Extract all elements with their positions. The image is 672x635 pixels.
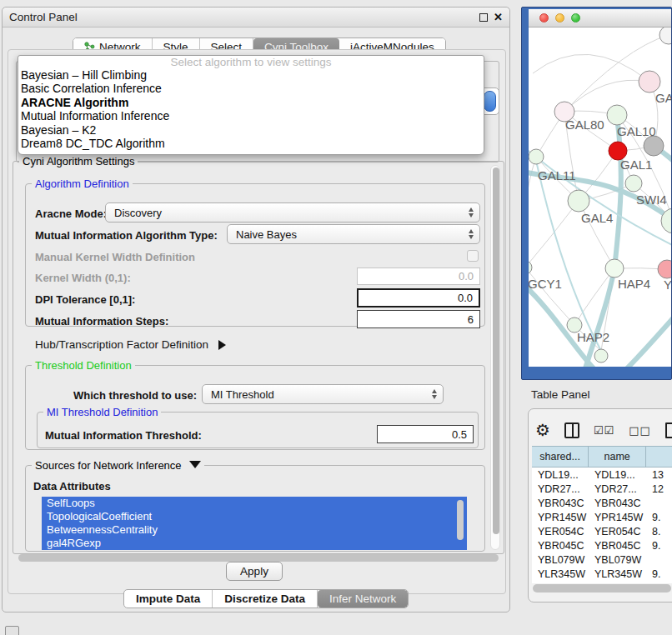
attribute-selfloops[interactable]: SelfLoops: [42, 497, 467, 510]
network-node-gal[interactable]: [639, 71, 660, 92]
close-icon[interactable]: ✕: [494, 13, 503, 22]
mi-type-combo[interactable]: Naive Bayes: [227, 224, 480, 244]
network-graph: GAL GAL80 GAL10 GAL1 GAL11 SWI4 GAL4 GCY…: [529, 28, 671, 367]
hub-definition-toggle[interactable]: Hub/Transcription Factor Definition: [35, 338, 226, 351]
table-panel-title: Table Panel: [531, 388, 590, 401]
cell: YBR043C: [532, 496, 589, 510]
network-node-gal11[interactable]: [529, 149, 544, 164]
sources-title-row[interactable]: Sources for Network Inference: [32, 459, 204, 472]
control-panel-titlebar: Control Panel ✕: [3, 8, 509, 28]
mi-steps-field[interactable]: 6: [357, 310, 480, 328]
gear-icon[interactable]: ⚙: [535, 422, 550, 438]
settings-hscrollbar-thumb[interactable]: [18, 554, 499, 562]
mi-threshold-label: Mutual Information Threshold:: [45, 429, 202, 442]
tab-infer-network-label: Infer Network: [329, 592, 396, 605]
network-node-pink[interactable]: [658, 260, 671, 278]
minimized-panel-icon[interactable]: [5, 626, 19, 635]
cell: YDL19...: [532, 468, 589, 482]
tab-infer-network[interactable]: Infer Network: [318, 590, 408, 608]
attribute-gal4rgexp[interactable]: gal4RGexp: [42, 537, 467, 550]
which-threshold-value: MI Threshold: [211, 388, 274, 401]
tab-impute-data[interactable]: Impute Data: [124, 590, 213, 608]
attributes-scrollbar-thumb[interactable]: [457, 500, 464, 540]
network-canvas[interactable]: GAL GAL80 GAL10 GAL1 GAL11 SWI4 GAL4 GCY…: [529, 28, 671, 367]
network-node[interactable]: [659, 28, 671, 44]
popup-item-bayesian-hill[interactable]: Bayesian – Hill Climbing: [18, 68, 484, 82]
table-panel: ⚙ ☑☑ □□ shared... name YDL19...YDL19...1…: [528, 408, 672, 602]
table-row[interactable]: YDR27...YDR27...12: [532, 482, 672, 496]
apply-button[interactable]: Apply: [226, 562, 283, 581]
popup-item-dream8[interactable]: Dream8 DC_TDC Algorithm: [18, 137, 484, 150]
column-header-shared[interactable]: shared...: [532, 446, 589, 468]
document-icon[interactable]: [665, 422, 672, 438]
which-threshold-combo[interactable]: MI Threshold: [202, 384, 444, 404]
table-row[interactable]: YER054CYER054C8.: [532, 524, 672, 538]
dpi-tolerance-label: DPI Tolerance [0,1]:: [35, 293, 135, 306]
cell: [646, 552, 672, 567]
mi-threshold-field[interactable]: 0.5: [377, 425, 474, 443]
float-window-icon[interactable]: [479, 13, 488, 22]
dpi-tolerance-field[interactable]: 0.0: [357, 288, 480, 308]
popup-item-aracne[interactable]: ARACNE Algorithm: [18, 96, 484, 109]
table-header-row: shared... name: [532, 446, 672, 468]
spinner-arrows-icon: [469, 225, 474, 243]
popup-prompt: Select algorithm to view settings: [18, 56, 484, 68]
node-label: GCY1: [529, 277, 562, 291]
table-hscrollbar-thumb[interactable]: [533, 584, 671, 592]
dpi-tolerance-value: 0.0: [458, 292, 473, 304]
node-label: GAL1: [620, 158, 652, 172]
cell: YER054C: [532, 524, 589, 538]
aracne-mode-combo[interactable]: Discovery: [105, 202, 480, 222]
table-row[interactable]: YBR043CYBR043C: [532, 496, 672, 510]
table-row[interactable]: YDL19...YDL19...13: [532, 468, 672, 482]
cell: 9.: [646, 510, 672, 524]
network-node[interactable]: [594, 349, 608, 362]
mi-type-value: Naive Bayes: [236, 228, 297, 241]
table-row[interactable]: YIL052CYIL052C9: [532, 581, 672, 583]
network-node-hap4[interactable]: [605, 259, 624, 278]
tab-discretize-data[interactable]: Discretize Data: [213, 590, 318, 608]
network-node-gal10[interactable]: [607, 105, 627, 125]
mac-close-icon[interactable]: [539, 13, 549, 22]
mac-minimize-icon[interactable]: [555, 13, 564, 22]
combo-spinner-blue: [484, 91, 496, 112]
column-header-name[interactable]: name: [589, 446, 646, 468]
network-node-swi4[interactable]: [625, 175, 642, 192]
spinner-arrows-icon: [469, 203, 474, 222]
table-row[interactable]: YBR045CYBR045C9.: [532, 538, 672, 552]
mi-steps-label: Mutual Information Steps:: [35, 315, 168, 328]
column-header-cut[interactable]: [646, 446, 672, 468]
kernel-width-field[interactable]: 0.0: [357, 268, 480, 285]
cell: 13: [646, 468, 672, 482]
cell: YIL052C: [589, 581, 646, 583]
manual-kernel-checkbox[interactable]: [467, 250, 479, 262]
popup-item-bayesian-k2[interactable]: Bayesian – K2: [18, 123, 484, 137]
mi-type-label: Mutual Information Algorithm Type:: [35, 229, 218, 242]
table-row[interactable]: YBL079WYBL079W: [532, 552, 672, 567]
mac-zoom-icon[interactable]: [571, 13, 580, 22]
hub-definition-label: Hub/Transcription Factor Definition: [35, 338, 208, 351]
which-threshold-label: Which threshold to use:: [73, 389, 197, 402]
deselect-all-columns-icon[interactable]: □□: [629, 424, 651, 437]
cell: YBL079W: [589, 552, 646, 567]
popup-item-basic-correlation[interactable]: Basic Correlation Inference: [18, 82, 484, 95]
network-node-gcy1[interactable]: [529, 261, 532, 274]
network-node-gray[interactable]: [644, 136, 664, 156]
table-row[interactable]: YLR345WYLR345W9.: [532, 567, 672, 581]
spinner-arrows-icon: [432, 385, 437, 403]
network-node-gal4[interactable]: [568, 190, 589, 212]
split-columns-icon[interactable]: [564, 422, 579, 438]
settings-scrollbar-track[interactable]: [490, 165, 500, 550]
mi-steps-value: 6: [468, 313, 474, 326]
cell: YDR27...: [589, 482, 646, 496]
data-attributes-label: Data Attributes: [33, 480, 111, 492]
cell: 12: [646, 482, 672, 496]
attribute-topologicalcoefficient[interactable]: TopologicalCoefficient: [42, 510, 467, 523]
manual-kernel-label: Manual Kernel Width Definition: [35, 251, 195, 263]
attribute-betweennesscentrality[interactable]: BetweennessCentrality: [42, 523, 467, 537]
chevron-right-icon: [218, 340, 226, 350]
settings-scrollbar-thumb[interactable]: [493, 168, 499, 534]
table-row[interactable]: YPR145WYPR145W9.: [532, 510, 672, 524]
select-all-columns-icon[interactable]: ☑☑: [594, 424, 614, 437]
popup-item-mutual-information[interactable]: Mutual Information Inference: [18, 109, 484, 122]
